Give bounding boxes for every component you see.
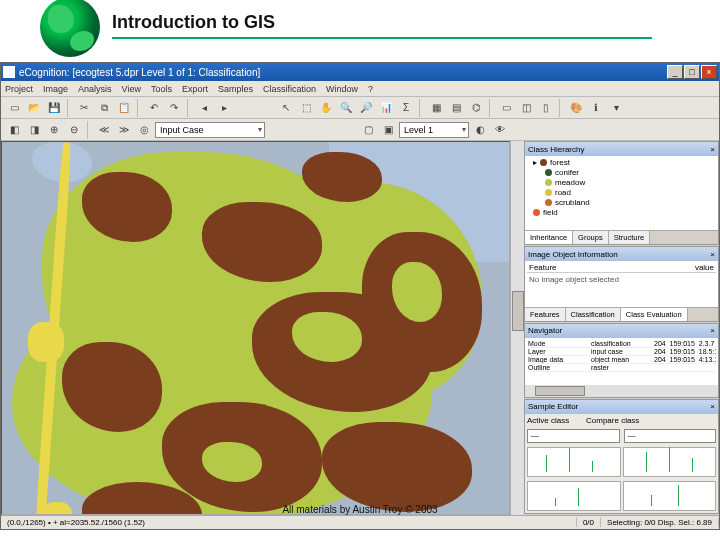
menu-image[interactable]: Image	[43, 84, 68, 94]
tree-item: meadow	[527, 178, 716, 188]
panel-sample-editor: Sample Editor× Active class Compare clas…	[524, 399, 719, 514]
panel-close-icon[interactable]: ×	[710, 145, 715, 154]
titlebar: eCognition: [ecogtest 5.dpr Level 1 of 1…	[1, 63, 719, 81]
tab-classification[interactable]: Classification	[566, 308, 621, 321]
window-title: eCognition: [ecogtest 5.dpr Level 1 of 1…	[19, 67, 667, 78]
select-icon[interactable]: ⬚	[297, 99, 315, 117]
menu-analysis[interactable]: Analysis	[78, 84, 112, 94]
header-rule	[112, 37, 652, 39]
dropdown-icon[interactable]: ▾	[607, 99, 625, 117]
app-icon	[3, 66, 15, 78]
tab-features[interactable]: Features	[525, 308, 566, 321]
toolbar-main: ▭ 📂 💾 ✂ ⧉ 📋 ↶ ↷ ◂ ▸ ↖ ⬚ ✋ 🔍 🔎 📊 Σ ▦ ▤ ⌬ …	[1, 97, 719, 119]
statusbar: (0.0,/1265) • + al=2035.52./1560 (1.52) …	[1, 515, 719, 529]
menu-tools[interactable]: Tools	[151, 84, 172, 94]
tab-inheritance[interactable]: Inheritance	[525, 231, 573, 244]
undo-icon[interactable]: ↶	[145, 99, 163, 117]
slide-footer: All materials by Austin Troy © 2003	[1, 504, 719, 515]
col-value: value	[695, 263, 714, 272]
close-button[interactable]: ×	[701, 65, 717, 79]
menu-classification[interactable]: Classification	[263, 84, 316, 94]
classify-icon[interactable]: ◨	[25, 121, 43, 139]
target-icon[interactable]: ◎	[135, 121, 153, 139]
status-selection: Selecting: 0/0 Disp. Sel.: 6.89	[601, 518, 719, 527]
layers-icon[interactable]: ▤	[447, 99, 465, 117]
split-icon[interactable]: ⊖	[65, 121, 83, 139]
merge-icon[interactable]: ⊕	[45, 121, 63, 139]
tree-item: field	[527, 208, 716, 218]
menu-window[interactable]: Window	[326, 84, 358, 94]
arrow-right-icon[interactable]: ▸	[215, 99, 233, 117]
sample-charts	[525, 445, 718, 479]
grid-icon[interactable]: ▦	[427, 99, 445, 117]
open-icon[interactable]: 📂	[25, 99, 43, 117]
workarea: Class Hierarchy× ▸forest conifer meadow …	[1, 141, 719, 515]
globe-icon	[40, 0, 100, 57]
status-count: 0/0	[577, 518, 601, 527]
tab-groups[interactable]: Groups	[573, 231, 609, 244]
level-combo[interactable]: Level 1	[399, 122, 469, 138]
window2-icon[interactable]: ◫	[517, 99, 535, 117]
arrow-left-icon[interactable]: ◂	[195, 99, 213, 117]
menu-samples[interactable]: Samples	[218, 84, 253, 94]
redo-icon[interactable]: ↷	[165, 99, 183, 117]
sigma-icon[interactable]: Σ	[397, 99, 415, 117]
transparency-icon[interactable]: ◐	[471, 121, 489, 139]
hierarchy-icon[interactable]: ⌬	[467, 99, 485, 117]
window3-icon[interactable]: ▯	[537, 99, 555, 117]
fill-icon[interactable]: ▣	[379, 121, 397, 139]
next-icon[interactable]: ≫	[115, 121, 133, 139]
maximize-button[interactable]: □	[684, 65, 700, 79]
save-icon[interactable]: 💾	[45, 99, 63, 117]
app-window: eCognition: [ecogtest 5.dpr Level 1 of 1…	[0, 62, 720, 530]
map-vscrollbar[interactable]	[510, 141, 524, 515]
slide-title: Introduction to GIS	[112, 12, 680, 33]
col-feature: Feature	[529, 263, 557, 272]
pointer-icon[interactable]: ↖	[277, 99, 295, 117]
tree-item: ▸forest	[527, 158, 716, 168]
zoom-in-icon[interactable]: 🔍	[337, 99, 355, 117]
new-icon[interactable]: ▭	[5, 99, 23, 117]
tree-item: conifer	[527, 168, 716, 178]
toolbar-secondary: ◧ ◨ ⊕ ⊖ ≪ ≫ ◎ Input Case ▢ ▣ Level 1 ◐ 👁	[1, 119, 719, 141]
menu-project[interactable]: Project	[5, 84, 33, 94]
side-panels: Class Hierarchy× ▸forest conifer meadow …	[524, 141, 719, 515]
active-class-field[interactable]: —	[527, 429, 620, 443]
input-case-combo[interactable]: Input Case	[155, 122, 265, 138]
active-class-label: Active class	[527, 416, 582, 425]
chart-icon[interactable]: 📊	[377, 99, 395, 117]
window1-icon[interactable]: ▭	[497, 99, 515, 117]
tab-structure[interactable]: Structure	[609, 231, 650, 244]
map-view[interactable]	[1, 141, 510, 515]
show-icon[interactable]: 👁	[491, 121, 509, 139]
compare-class-label: Compare class	[586, 416, 656, 425]
panel-close-icon[interactable]: ×	[710, 326, 715, 335]
paste-icon[interactable]: 📋	[115, 99, 133, 117]
segment-icon[interactable]: ◧	[5, 121, 23, 139]
menu-view[interactable]: View	[122, 84, 141, 94]
cut-icon[interactable]: ✂	[75, 99, 93, 117]
outline-icon[interactable]: ▢	[359, 121, 377, 139]
slide-header: Introduction to GIS	[0, 0, 720, 56]
copy-icon[interactable]: ⧉	[95, 99, 113, 117]
class-tree[interactable]: ▸forest conifer meadow road scrubland fi…	[525, 156, 718, 230]
zoom-out-icon[interactable]: 🔎	[357, 99, 375, 117]
palette-icon[interactable]: 🎨	[567, 99, 585, 117]
pan-icon[interactable]: ✋	[317, 99, 335, 117]
panel-close-icon[interactable]: ×	[710, 250, 715, 259]
info-icon[interactable]: ℹ	[587, 99, 605, 117]
panel-title: Class Hierarchy	[528, 145, 584, 154]
compare-class-field[interactable]: —	[624, 429, 717, 443]
tree-item: road	[527, 188, 716, 198]
menu-help[interactable]: ?	[368, 84, 373, 94]
menubar: Project Image Analysis View Tools Export…	[1, 81, 719, 97]
panel-title: Navigator	[528, 326, 562, 335]
minimize-button[interactable]: _	[667, 65, 683, 79]
menu-export[interactable]: Export	[182, 84, 208, 94]
prev-icon[interactable]: ≪	[95, 121, 113, 139]
navigator-hscroll[interactable]	[525, 385, 718, 397]
info-message: No image object selected	[527, 273, 716, 286]
panel-close-icon[interactable]: ×	[710, 402, 715, 411]
panel-title: Sample Editor	[528, 402, 578, 411]
tab-class-evaluation[interactable]: Class Evaluation	[621, 308, 688, 321]
